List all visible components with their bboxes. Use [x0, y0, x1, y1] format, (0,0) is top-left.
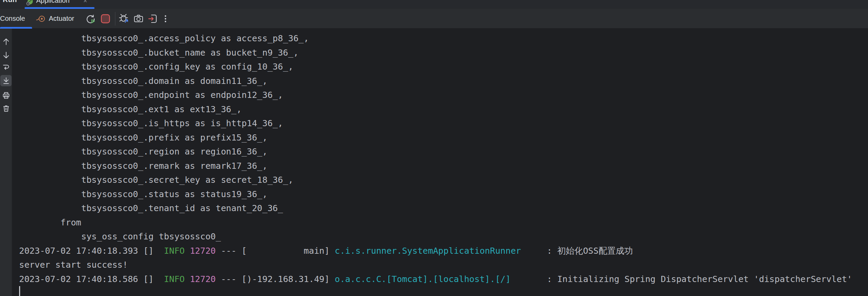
console-line: tbsysossco0_.domain as domain11_36_, — [19, 74, 868, 88]
console-line: tbsysossco0_.remark as remark17_36_, — [19, 159, 868, 173]
soft-wrap-icon — [2, 63, 10, 71]
more-options-button[interactable] — [160, 13, 171, 25]
log-segment-logger: o.a.c.c.C.[Tomcat].[localhost].[/] — [335, 274, 511, 284]
log-segment-default: 2023-07-02 17:40:18.393 [] — [19, 246, 164, 256]
up-stack-button[interactable] — [0, 36, 12, 47]
run-toolbar: Console Actuator — [0, 9, 868, 29]
console-line: tbsysossco0_.bucket_name as bucket_n9_36… — [19, 46, 868, 60]
log-segment-info: INFO — [164, 246, 185, 256]
console-line: tbsysossco0_.endpoint as endpoin12_36_, — [19, 88, 868, 102]
log-segment-default: : 初始化OSS配置成功 — [521, 246, 633, 256]
run-tab-strip: Run Application × — [0, 0, 868, 9]
down-stack-button[interactable] — [0, 49, 12, 61]
run-tool-window: Run Application × Console — [0, 0, 868, 296]
clear-all-button[interactable] — [0, 103, 12, 114]
thread-dump-camera-icon — [133, 13, 144, 24]
tab-application-label: Application — [36, 0, 70, 4]
console-gutter — [0, 29, 12, 296]
log-segment-default: : Initializing Spring DispatcherServlet … — [511, 274, 852, 284]
print-icon — [2, 91, 10, 100]
scroll-to-end-icon — [2, 77, 10, 85]
log-segment-default: --- [)-192.168.31.49] — [216, 274, 335, 284]
console-line: 2023-07-02 17:40:18.586 [] INFO 12720 --… — [19, 272, 868, 286]
console-line: server start success! — [19, 258, 868, 272]
console-line: tbsysossco0_.ext1 as ext13_36_, — [19, 102, 868, 117]
toolbar-separator — [115, 12, 115, 26]
console-line: tbsysossco0_.access_policy as access_p8_… — [19, 31, 868, 46]
console-line: tbsysossco0_.is_https as is_http14_36_, — [19, 116, 868, 131]
console-output[interactable]: tbsysossco0_.access_policy as access_p8_… — [13, 29, 868, 296]
console-line: tbsysossco0_.tenant_id as tenant_20_36_ — [19, 201, 868, 216]
stop-button[interactable] — [99, 13, 112, 25]
console-line: tbsysossco0_.config_key as config_10_36_… — [19, 60, 868, 74]
tab-console-label: Console — [0, 15, 25, 23]
text-caret — [19, 286, 20, 296]
log-segment-info: INFO — [164, 274, 185, 284]
close-icon[interactable]: × — [83, 0, 87, 5]
log-segment-default: 2023-07-02 17:40:18.586 [] — [19, 274, 164, 284]
down-stack-icon — [2, 51, 10, 59]
console-line: tbsysossco0_.prefix as prefix15_36_, — [19, 131, 868, 145]
console-line: tbsysossco0_.status as status19_36_, — [19, 187, 868, 202]
log-segment-pid: 12720 — [190, 274, 216, 284]
console-line: sys_oss_config tbsysossco0_ — [19, 230, 868, 244]
log-segment-pid: 12720 — [190, 246, 216, 256]
console-line: tbsysossco0_.region as region16_36_, — [19, 145, 868, 159]
exit-button[interactable] — [147, 13, 159, 25]
clear-all-icon — [2, 104, 10, 113]
scroll-to-end-button[interactable] — [0, 75, 12, 86]
thread-dump-button[interactable] — [132, 13, 145, 25]
log-segment-default: --- [ main] — [216, 246, 335, 256]
console-line — [19, 286, 868, 296]
attach-debugger-icon — [118, 13, 130, 25]
tab-actuator[interactable]: Actuator — [35, 9, 74, 28]
spring-boot-leaf-icon — [26, 0, 34, 6]
tool-window-title: Run — [3, 0, 17, 4]
soft-wrap-button[interactable] — [0, 61, 12, 73]
actuator-icon — [35, 14, 46, 24]
log-segment-default — [185, 246, 190, 256]
console-line: 2023-07-02 17:40:18.393 [] INFO 12720 --… — [19, 244, 868, 258]
rerun-button[interactable] — [84, 13, 97, 25]
rerun-icon — [85, 13, 96, 24]
console-line: from — [19, 216, 868, 230]
stop-icon — [100, 14, 111, 24]
tab-console[interactable]: Console — [0, 9, 25, 28]
log-segment-default — [185, 274, 190, 284]
attach-debugger-button[interactable] — [118, 13, 130, 25]
console-line: tbsysossco0_.secret_key as secret_18_36_… — [19, 173, 868, 187]
up-stack-icon — [2, 38, 10, 46]
more-kebab-icon — [161, 14, 170, 23]
console-panel: tbsysossco0_.access_policy as access_p8_… — [0, 29, 868, 296]
log-segment-logger: c.i.s.runner.SystemApplicationRunner — [335, 246, 521, 256]
print-button[interactable] — [0, 90, 12, 101]
exit-icon — [147, 13, 158, 24]
tab-actuator-label: Actuator — [49, 15, 74, 23]
